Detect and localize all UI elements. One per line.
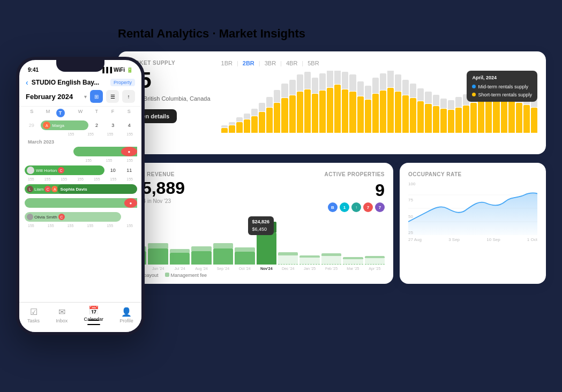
- gray-bar-13: [319, 73, 326, 90]
- bar-group-26: [417, 88, 424, 133]
- nav-tasks[interactable]: ☑ Tasks: [27, 307, 40, 323]
- list-view-btn[interactable]: ☰: [106, 90, 119, 103]
- bar-group-12: [312, 78, 318, 133]
- yellow-bar-1: [229, 125, 235, 133]
- nav-calendar[interactable]: 📅 Calendar: [84, 305, 104, 325]
- rev-bar-group-10: [343, 257, 363, 265]
- yellow-bar-3: [244, 119, 250, 133]
- occupancy-card: OCCUPANCY RATE 100 75 50 25: [400, 163, 546, 284]
- yellow-bar-27: [425, 104, 431, 133]
- gray-bar-31: [455, 97, 462, 107]
- active-props-label: ACTIVE PROPERTIES: [325, 171, 385, 177]
- market-supply-right: 1BR | 2BR | 3BR | 4BR | 5BR April, 2024 …: [221, 60, 537, 146]
- gray-bar-17: [349, 74, 356, 91]
- mgmt-bar-2: [170, 249, 190, 253]
- back-arrow-icon[interactable]: ‹: [26, 78, 28, 87]
- yellow-bar-21: [380, 91, 386, 133]
- nav-profile[interactable]: 👤 Profile: [119, 307, 133, 323]
- sophia-name: Sophia Davis: [61, 187, 87, 192]
- total-bar-2: [170, 253, 190, 265]
- marga-name: Marga: [52, 123, 64, 128]
- bar-group-0: [221, 125, 228, 133]
- rev-bar-group-2: [170, 249, 190, 265]
- total-bar-11: [365, 258, 385, 265]
- yellow-bar-24: [402, 95, 409, 133]
- tasks-icon: ☑: [30, 307, 38, 317]
- gray-bar-15: [334, 71, 341, 84]
- tab-3br[interactable]: 3BR: [265, 60, 276, 66]
- gray-bar-11: [304, 72, 311, 89]
- bar-group-18: [357, 81, 364, 133]
- mgmt-bar-1: [148, 243, 168, 248]
- bar-group-17: [349, 74, 356, 133]
- bar-group-11: [304, 72, 311, 133]
- yellow-bar-9: [289, 95, 296, 133]
- calendar-grid: S M T W T F S 29 30 31 1 2 3: [19, 107, 141, 232]
- yellow-bar-11: [304, 89, 311, 133]
- occ-x-labels: 27 Aug 3 Sep 10 Sep 1 Oct: [408, 237, 537, 242]
- rev-tooltip-line2: $6,450: [252, 226, 270, 233]
- tab-4br[interactable]: 4BR: [286, 60, 297, 66]
- bar-group-1: [229, 122, 235, 133]
- platform-7p: 7: [375, 202, 385, 212]
- phone-notch: [56, 60, 104, 72]
- bar-group-7: [274, 90, 280, 133]
- yellow-bar-25: [410, 98, 416, 133]
- rev-tooltip-line1: $24,826: [252, 218, 270, 226]
- rev-bar-group-9: [321, 253, 341, 265]
- nav-inbox[interactable]: ✉ Inbox: [56, 307, 68, 323]
- yellow-bar-41: [531, 108, 537, 133]
- yellow-bar-16: [342, 89, 348, 133]
- yellow-bar-14: [327, 88, 333, 133]
- market-supply-chart: April, 2024 Mid-term rentals supply Shor…: [221, 71, 537, 146]
- liam-badge: C: [44, 186, 51, 192]
- month-label[interactable]: February 2024: [26, 93, 81, 101]
- calendar-icon: 📅: [88, 305, 99, 315]
- yellow-bar-22: [387, 88, 394, 133]
- total-bar-7: [278, 255, 298, 265]
- revenue-card: TOTAL REVENUE $25,889 $14,564 in Nov '23…: [118, 163, 393, 284]
- chart-tooltip: April, 2024 Mid-term rentals supply Shor…: [467, 71, 537, 102]
- bar-group-29: [440, 99, 447, 133]
- yellow-bar-31: [455, 108, 462, 133]
- bar-group-5: [259, 103, 265, 133]
- total-bar-1: [148, 248, 168, 265]
- yellow-bar-28: [433, 106, 439, 133]
- chart-view-btn[interactable]: ↑: [122, 90, 135, 103]
- gray-bar-16: [342, 72, 348, 89]
- calendar-week-4: 12 13 14 15 16 17 18 L Liam C A: [24, 183, 137, 195]
- platform-1: 1: [340, 202, 349, 212]
- tab-1br[interactable]: 1BR: [221, 60, 233, 66]
- market-supply-card: MARKET SUPPLY 45 Delta, British Columbia…: [118, 51, 546, 154]
- main-container: 9:41 ▐▐▐ WiFi 🔋 ‹ STUDIO English Bay... …: [0, 0, 562, 392]
- gray-bar-18: [357, 81, 364, 96]
- active-indicator: [87, 324, 100, 325]
- yellow-bar-33: [470, 103, 477, 133]
- yellow-bar-2: [236, 122, 243, 133]
- wifi-icon: WiFi: [114, 67, 125, 73]
- gray-bar-3: [244, 114, 250, 119]
- tab-5br[interactable]: 5BR: [308, 60, 319, 66]
- bar-group-24: [402, 80, 409, 133]
- grid-view-btn[interactable]: ⊞: [90, 90, 103, 103]
- yellow-bar-15: [334, 85, 341, 133]
- yellow-bar-4: [251, 116, 258, 133]
- bar-group-41: [531, 97, 537, 133]
- gray-bar-28: [433, 95, 439, 105]
- tab-2br[interactable]: 2BR: [243, 60, 254, 66]
- yellow-bar-17: [349, 92, 356, 133]
- total-bar-8: [299, 258, 319, 265]
- gray-bar-2: [236, 117, 243, 122]
- occupancy-label: OCCUPANCY RATE: [408, 171, 537, 177]
- yellow-bar-34: [478, 100, 484, 133]
- gray-bar-6: [266, 97, 273, 107]
- status-icons: ▐▐▐ WiFi 🔋: [101, 67, 133, 73]
- bar-group-20: [372, 78, 379, 133]
- yellow-bar-26: [417, 101, 424, 133]
- gray-bar-24: [402, 80, 409, 95]
- yellow-bar-32: [463, 105, 469, 133]
- gray-bar-23: [395, 74, 401, 91]
- bar-group-27: [425, 92, 431, 133]
- gray-bar-1: [229, 122, 235, 125]
- property-badge[interactable]: Property: [110, 79, 135, 86]
